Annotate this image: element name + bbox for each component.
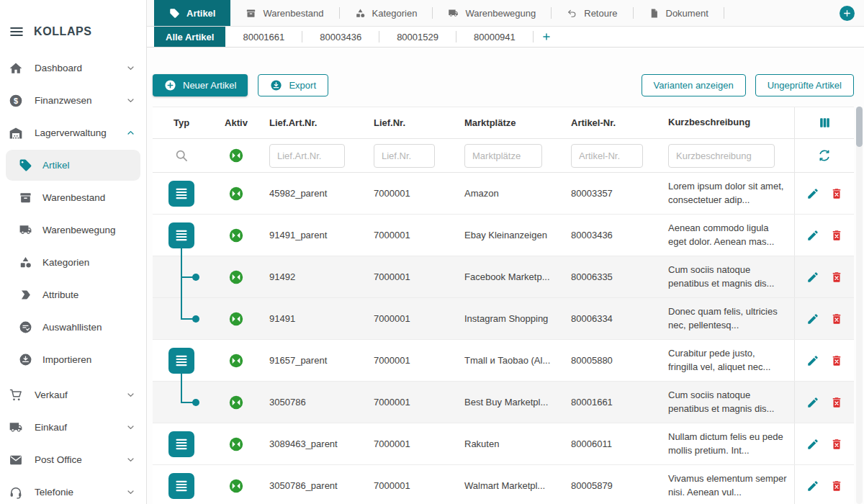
tab-kategorien[interactable]: Kategorien — [340, 0, 433, 26]
edit-button[interactable] — [806, 480, 819, 492]
delete-button[interactable] — [830, 396, 843, 409]
variant-list-button[interactable] — [168, 431, 194, 457]
delete-button[interactable] — [830, 312, 843, 325]
vertical-scrollbar[interactable] — [856, 107, 863, 504]
add-tab-button[interactable] — [840, 6, 855, 21]
edit-button[interactable] — [806, 396, 819, 409]
edit-button[interactable] — [806, 271, 819, 284]
row-actions — [794, 256, 854, 297]
edit-button[interactable] — [806, 229, 819, 242]
lief-nr-value: 7000001 — [366, 438, 457, 449]
tree-connector-dot — [192, 274, 199, 281]
tab-label: Retoure — [584, 8, 617, 19]
tab-label: Dokument — [666, 8, 708, 19]
variant-list-button[interactable] — [168, 348, 194, 374]
delete-button[interactable] — [830, 187, 843, 200]
search-icon[interactable] — [174, 148, 189, 163]
tab-dokument[interactable]: Dokument — [634, 0, 724, 26]
lief-art-nr-value: 91491_parent — [262, 230, 366, 240]
row-actions — [794, 340, 854, 381]
tag-icon — [169, 8, 180, 19]
tab-warenbestand[interactable]: Warenbestand — [230, 0, 338, 26]
subtab-article[interactable]: 80003436 — [302, 27, 379, 47]
col-header-marktplaetze[interactable]: Marktplätze — [457, 117, 564, 128]
tab-retoure[interactable]: Retoure — [552, 0, 632, 26]
edit-button[interactable] — [806, 187, 819, 200]
lief-art-nr-value: 3050786_parent — [262, 480, 366, 491]
show-variants-button[interactable]: Varianten anzeigen — [642, 74, 746, 96]
kurzbeschreibung-filter-input[interactable] — [668, 144, 775, 168]
document-icon — [649, 8, 660, 19]
marktplatz-value: Ebay Kleinanzeigen — [457, 230, 564, 240]
subtab-article[interactable]: 80001529 — [379, 27, 456, 47]
active-filter-icon[interactable] — [228, 148, 244, 163]
row-actions — [794, 465, 854, 504]
tree-connector-line — [181, 298, 182, 319]
tab-label: Kategorien — [372, 8, 418, 19]
lief-nr-value: 7000001 — [366, 397, 457, 408]
tab-artikel[interactable]: Artikel — [154, 0, 230, 26]
type-cell — [153, 465, 210, 504]
col-header-artikel-nr[interactable]: Artikel-Nr. — [564, 117, 661, 128]
article-subtabbar: Alle Artikel 80001661 80003436 80001529 … — [147, 27, 864, 48]
plus-circle-icon — [164, 79, 176, 91]
variant-list-button[interactable] — [168, 181, 194, 207]
col-header-aktiv[interactable]: Aktiv — [210, 117, 262, 128]
button-label: Neuer Artikel — [183, 80, 236, 91]
refresh-icon[interactable] — [817, 148, 832, 163]
active-status-icon — [228, 269, 244, 285]
delete-button[interactable] — [830, 438, 843, 451]
kurzbeschreibung-value: Aenean commodo ligula eget dolor. Aenean… — [661, 222, 794, 249]
kurzbeschreibung-value: Vivamus elementum semper nisi. Aenean vu… — [661, 472, 794, 500]
filter-cell — [457, 144, 564, 168]
edit-button[interactable] — [806, 312, 819, 325]
edit-button[interactable] — [806, 438, 819, 451]
tab-label: Artikel — [186, 8, 215, 19]
subtab-alle-artikel[interactable]: Alle Artikel — [154, 27, 225, 47]
table-row[interactable]: 91491_parent 7000001 Ebay Kleinanzeigen … — [153, 215, 854, 256]
variant-list-button[interactable] — [168, 222, 194, 248]
type-cell — [153, 298, 210, 339]
tab-warenbewegung[interactable]: Warenbewegung — [433, 0, 551, 26]
table-row[interactable]: 91492 7000001 Facebook Marketp... 800063… — [153, 256, 854, 298]
delete-button[interactable] — [830, 271, 843, 284]
type-cell — [153, 256, 210, 297]
table-row[interactable]: 3050786 7000001 Best Buy Marketpl... 800… — [153, 382, 854, 423]
filter-typ — [153, 139, 210, 172]
col-header-actions — [794, 107, 854, 138]
lief-nr-filter-input[interactable] — [374, 144, 435, 168]
new-article-button[interactable]: Neuer Artikel — [153, 74, 248, 96]
table-row[interactable]: 3089463_parent 7000001 Rakuten 80006011 … — [153, 423, 854, 465]
edit-button[interactable] — [806, 354, 819, 367]
table-row[interactable]: 45982_parent 7000001 Amazon 80003357 Lor… — [153, 173, 854, 215]
subtab-article[interactable]: 80000941 — [456, 27, 533, 47]
lief-nr-value: 7000001 — [366, 480, 457, 491]
marktplatz-value: Amazon — [457, 188, 564, 199]
add-article-tab-button[interactable] — [534, 27, 559, 47]
artikel-nr-filter-input[interactable] — [571, 144, 643, 168]
delete-button[interactable] — [830, 354, 843, 367]
unverified-articles-button[interactable]: Ungeprüfte Artikel — [755, 74, 854, 96]
row-actions — [794, 298, 854, 339]
table-row[interactable]: 91657_parent 7000001 Tmall и Taobao (Al.… — [153, 340, 854, 382]
delete-button[interactable] — [830, 229, 843, 242]
col-header-typ[interactable]: Typ — [153, 107, 210, 138]
row-actions — [794, 215, 854, 256]
col-header-lief-art-nr[interactable]: Lief.Art.Nr. — [262, 117, 366, 128]
table-row[interactable]: 91491 7000001 Instagram Shopping 8000633… — [153, 298, 854, 340]
subtab-article[interactable]: 80001661 — [225, 27, 302, 47]
table-row[interactable]: 3050786_parent 7000001 Walmart Marketpl.… — [153, 465, 854, 504]
lief-nr-value: 7000001 — [366, 271, 457, 282]
lief-nr-value: 7000001 — [366, 188, 457, 199]
delete-button[interactable] — [830, 480, 843, 492]
columns-icon[interactable] — [818, 116, 832, 130]
col-header-lief-nr[interactable]: Lief.Nr. — [366, 117, 457, 128]
lief-nr-value: 7000001 — [366, 313, 457, 324]
marktplaetze-filter-input[interactable] — [464, 144, 542, 168]
variant-list-button[interactable] — [168, 473, 194, 499]
lief-art-nr-value: 91657_parent — [262, 355, 366, 366]
scrollbar-thumb[interactable] — [856, 107, 863, 147]
lief-art-nr-filter-input[interactable] — [269, 144, 345, 168]
export-button[interactable]: Export — [258, 74, 328, 96]
col-header-kurzbeschreibung[interactable]: Kurzbeschreibung — [661, 116, 794, 130]
